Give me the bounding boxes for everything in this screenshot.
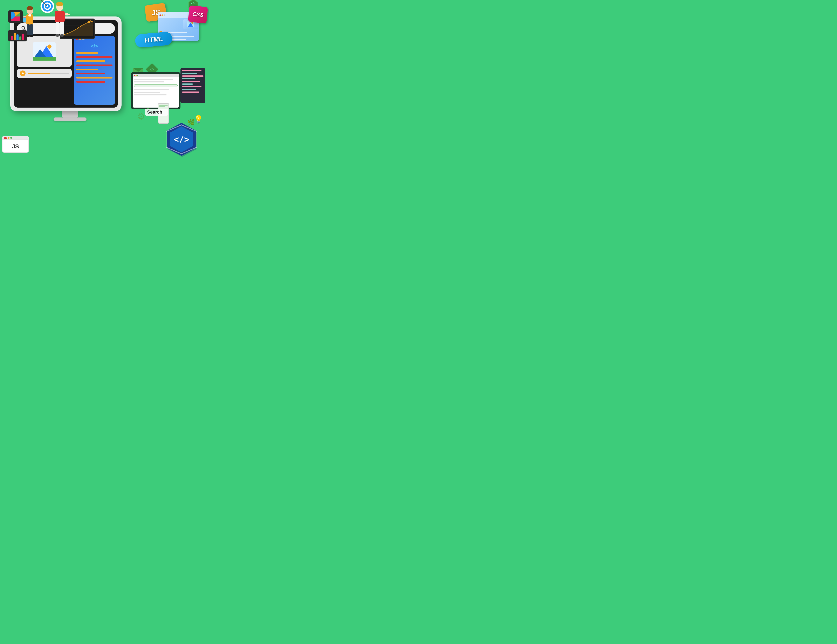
monitor-stand (62, 111, 78, 117)
svg-point-36 (56, 2, 63, 7)
pie-chart (8, 10, 23, 23)
wm-dot-r (134, 75, 135, 76)
wm-line-2 (134, 81, 164, 82)
webdev-monitor-screen (133, 74, 179, 108)
bdot-red (159, 15, 161, 16)
cp-line-9 (182, 92, 199, 93)
dot-green-small (10, 137, 12, 139)
svg-point-49 (191, 22, 193, 24)
wm-line-5 (134, 94, 167, 95)
person-2 (49, 2, 70, 43)
svg-rect-27 (28, 15, 31, 16)
webdev-illustration: </> ⚙ (131, 68, 205, 126)
webdev-monitor (131, 72, 181, 109)
code-panel-dark (181, 68, 205, 103)
svg-rect-6 (33, 57, 56, 61)
gear-icon-large: ⚙ (137, 111, 145, 122)
code-line-2 (76, 56, 112, 58)
webdev-monitor-bar (133, 74, 179, 77)
wm-dot-o (136, 75, 136, 76)
svg-point-30 (26, 35, 30, 37)
bdot-orange (161, 15, 163, 16)
cp-line-1 (182, 70, 202, 71)
bar-4 (20, 36, 21, 40)
svg-rect-34 (23, 18, 26, 22)
search-text-label: Search _ (145, 108, 168, 116)
html-badge: HTML (135, 31, 173, 48)
html-badge-label: HTML (144, 35, 163, 44)
code-line-6 (76, 73, 105, 74)
svg-point-25 (26, 6, 33, 10)
search-bar-small (134, 84, 177, 87)
code-line-5 (76, 69, 98, 70)
pie-chart-svg (11, 12, 20, 21)
svg-point-40 (55, 34, 60, 37)
cp-line-5 (182, 81, 200, 82)
cp-line-6 (182, 84, 193, 85)
phone-line-1 (159, 105, 168, 106)
svg-point-41 (60, 34, 64, 37)
svg-point-10 (12, 13, 19, 20)
svg-point-31 (30, 35, 33, 37)
monitor-video-bar (17, 69, 72, 78)
wm-line-1 (134, 79, 173, 80)
cp-line-8 (182, 89, 196, 90)
wm-line-3 (134, 89, 169, 90)
hex-badge: </> (164, 122, 199, 157)
code-line-3 (76, 61, 105, 62)
person2-svg (49, 2, 70, 43)
svg-rect-37 (55, 11, 65, 22)
people-charts-area (8, 0, 95, 56)
progress-fill (28, 73, 50, 74)
css-badge: CSS (188, 5, 208, 24)
dot-yellow-small (8, 137, 10, 139)
progress-track (28, 73, 69, 74)
cp-line-2 (182, 73, 197, 74)
tech-badges-area: </> JS (129, 0, 207, 70)
css-badge-label: CSS (192, 11, 204, 18)
js-file-browser-bar (2, 136, 29, 140)
code-line-8 (76, 81, 105, 83)
webdev-monitor-content (133, 77, 179, 97)
cp-line-3 (182, 76, 204, 77)
dot-red-small (4, 137, 7, 139)
svg-rect-29 (30, 24, 33, 36)
js-label: JS (5, 143, 26, 150)
code-line-7 (76, 77, 112, 79)
bar-3 (16, 34, 18, 40)
svg-text:</>: </> (191, 2, 195, 5)
bar-2 (13, 33, 16, 40)
phone-line-2 (159, 106, 165, 107)
svg-rect-28 (27, 24, 30, 36)
hex-badge-svg: </> (164, 122, 199, 157)
cp-line-4 (182, 78, 195, 79)
bdot-green (164, 15, 165, 16)
code-line-4 (76, 64, 112, 66)
wm-dot-g (137, 75, 138, 76)
js-file-widget: JS (2, 136, 29, 153)
person1-svg (23, 6, 37, 43)
js-file-body: JS (2, 140, 29, 153)
svg-rect-39 (60, 21, 64, 35)
svg-rect-38 (56, 21, 59, 35)
bar-1 (11, 36, 13, 40)
person-1 (23, 6, 37, 43)
monitor-base (54, 117, 87, 121)
play-button[interactable] (20, 71, 26, 76)
svg-text:</>: </> (174, 135, 189, 145)
code-diamond-symbol: </> (149, 67, 154, 71)
browser-dots (159, 15, 165, 16)
cp-line-7 (182, 86, 202, 87)
wm-line-4 (134, 92, 160, 93)
